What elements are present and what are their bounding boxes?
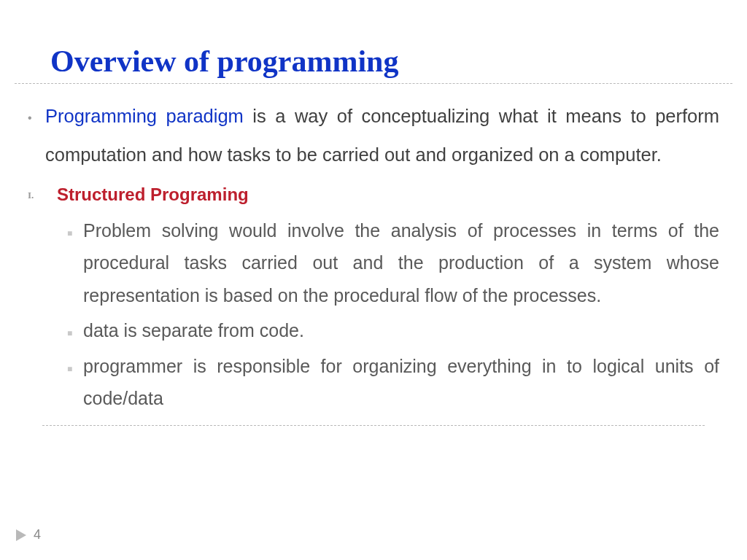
section-label: Structured Programing xyxy=(57,180,249,210)
page-number: 4 xyxy=(34,527,41,542)
slide-content: • Programming paradigm is a way of conce… xyxy=(0,84,747,426)
square-bullet-icon: ■ xyxy=(67,350,83,415)
bullet-dot-icon: • xyxy=(28,97,45,174)
subbullet-1-text: Problem solving would involve the analys… xyxy=(83,214,719,312)
roman-numeral: I. xyxy=(28,180,57,210)
footer: 4 xyxy=(16,527,41,542)
slide-title: Overview of programming xyxy=(0,0,747,83)
subbullet-1: ■ Problem solving would involve the anal… xyxy=(28,214,719,312)
section-heading: I. Structured Programing xyxy=(28,180,719,210)
subbullet-2-text: data is separate from code. xyxy=(83,314,719,347)
paragraph-1-text: Programming paradigm is a way of concept… xyxy=(45,97,719,174)
divider-bottom xyxy=(42,425,705,426)
square-bullet-icon: ■ xyxy=(67,214,83,312)
subbullet-3: ■ programmer is responsible for organizi… xyxy=(28,350,719,415)
subbullet-2: ■ data is separate from code. xyxy=(28,314,719,347)
paragraph-1: • Programming paradigm is a way of conce… xyxy=(28,97,719,174)
subbullet-3-text: programmer is responsible for organizing… xyxy=(83,350,719,415)
square-bullet-icon: ■ xyxy=(67,314,83,347)
term-highlight: Programming paradigm xyxy=(45,106,252,126)
arrow-right-icon xyxy=(16,529,26,541)
